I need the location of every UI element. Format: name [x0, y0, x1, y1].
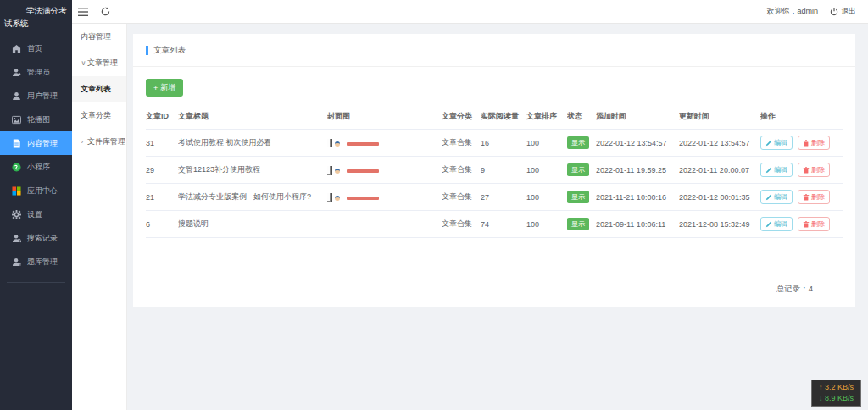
edit-button[interactable]: 编辑 [760, 190, 793, 204]
submenu-item-label: 文章列表 [81, 85, 111, 93]
sidebar-item-home[interactable]: 首页 [0, 36, 72, 60]
status-badge: 显示 [567, 163, 589, 176]
cell-cover: 学法减分 [327, 166, 442, 175]
cell-article-title: 交管12123补分使用教程 [178, 164, 327, 175]
refresh-icon[interactable] [94, 0, 116, 24]
secondary-sidebar: 内容管理 ∨文章管理 文章列表 文章分类 ›文件库管理 [72, 24, 127, 410]
search-icon [11, 233, 21, 243]
cell-operations: 编辑 删除 [760, 163, 843, 177]
delete-button[interactable]: 删除 [798, 190, 830, 204]
cell-added-time: 2021-11-21 10:00:16 [596, 193, 679, 202]
delete-button[interactable]: 删除 [798, 217, 830, 231]
submenu-item-label: 文章分类 [81, 111, 111, 119]
submenu-group-label: 文章管理 [87, 58, 118, 67]
cell-sort: 100 [526, 220, 567, 229]
chevron-down-icon: ∨ [81, 59, 86, 67]
title-accent-bar [146, 46, 148, 55]
cell-updated-time: 2021-12-08 15:32:49 [679, 220, 760, 229]
top-header: 欢迎你，admin 退出 [72, 0, 868, 24]
sidebar-item-miniprogram[interactable]: 小程序 [0, 155, 72, 179]
cell-operations: 编辑 删除 [760, 217, 843, 231]
cover-image: 学法减分 [327, 193, 332, 202]
submenu-section-content[interactable]: 内容管理 [72, 24, 126, 50]
hamburger-icon[interactable] [72, 0, 94, 24]
pencil-icon [765, 221, 772, 228]
cell-updated-time: 2022-01-12 00:01:35 [679, 193, 760, 202]
bank-icon [11, 257, 21, 267]
submenu-group-articles[interactable]: ∨文章管理 [72, 50, 126, 76]
cell-status: 显示 [567, 218, 596, 230]
cell-cover: 学法减分 [327, 193, 442, 202]
cell-added-time: 2022-01-12 13:54:57 [596, 139, 679, 147]
delete-button[interactable]: 删除 [798, 163, 830, 177]
sidebar-item-searchlog[interactable]: 搜索记录 [0, 226, 72, 250]
plus-icon: + [153, 84, 158, 92]
cover-title-text: 学法减分 [346, 147, 380, 147]
admin-icon [11, 67, 21, 77]
sidebar-item-admin[interactable]: 管理员 [0, 60, 72, 84]
status-badge: 显示 [567, 191, 589, 203]
sidebar-item-label: 用户管理 [27, 91, 58, 102]
table-row: 31 考试使用教程 初次使用必看 学法减分 文章合集 16 100 显示 202… [146, 130, 843, 157]
pencil-icon [765, 194, 772, 201]
cell-operations: 编辑 删除 [760, 136, 843, 150]
sidebar-item-appcenter[interactable]: 应用中心 [0, 179, 72, 202]
cell-article-title: 搜题说明 [178, 219, 327, 230]
netspeed-widget: ↑ 3.2 KB/s ↓ 8.9 KB/s [811, 380, 861, 407]
submenu-item-article-list[interactable]: 文章列表 [72, 76, 126, 102]
main-sidebar: 学法满分考试系统 首页 管理员 用户管理 轮播图 内容管理 小程序 [0, 0, 72, 410]
sidebar-item-label: 题库管理 [27, 257, 58, 268]
upload-speed: ↑ 3.2 KB/s [819, 382, 854, 393]
cell-added-time: 2021-09-11 10:06:11 [596, 220, 679, 229]
cell-reads: 27 [481, 193, 526, 202]
status-badge: 显示 [567, 136, 589, 149]
cover-title-text: 学法减分 [346, 201, 380, 202]
sidebar-item-label: 搜索记录 [27, 233, 58, 244]
cell-updated-time: 2022-01-11 20:00:07 [679, 166, 760, 175]
sidebar-item-users[interactable]: 用户管理 [0, 84, 72, 108]
submenu-group-files[interactable]: ›文件库管理 [72, 129, 126, 155]
user-icon [11, 91, 21, 101]
miniprogram-icon [11, 162, 21, 172]
chevron-right-icon: › [81, 138, 86, 146]
table-row: 21 学法减分专业版案例 - 如何使用小程序? 学法减分 文章合集 27 100… [146, 184, 843, 211]
sidebar-item-settings[interactable]: 设置 [0, 202, 72, 226]
cover-image: 学法减分 [327, 139, 332, 147]
sidebar-item-content[interactable]: 内容管理 [0, 131, 72, 155]
cell-added-time: 2022-01-11 19:59:25 [596, 166, 679, 175]
trash-icon [803, 140, 810, 147]
carousel-icon [11, 114, 21, 125]
page-title: 文章列表 [146, 45, 843, 56]
cell-reads: 9 [481, 166, 526, 175]
logout-button[interactable]: 退出 [830, 6, 856, 17]
cell-article-id: 21 [146, 193, 178, 202]
col-header: 操作 [760, 111, 843, 122]
delete-button[interactable]: 删除 [798, 136, 830, 150]
trash-icon [803, 221, 810, 228]
submenu-item-article-category[interactable]: 文章分类 [72, 102, 126, 129]
col-header: 状态 [567, 111, 596, 122]
article-list-card: 文章列表 + 新增 文章ID 文章标题 封面图 文章分类 实际阅读量 文章排序 … [133, 34, 855, 307]
sidebar-item-carousel[interactable]: 轮播图 [0, 108, 72, 131]
status-badge: 显示 [567, 218, 589, 230]
edit-button[interactable]: 编辑 [760, 163, 793, 177]
cell-sort: 100 [526, 193, 567, 202]
welcome-text: 欢迎你，admin [766, 6, 818, 17]
cell-category: 文章合集 [442, 191, 481, 202]
appcenter-icon [11, 186, 21, 196]
cell-sort: 100 [526, 166, 567, 175]
edit-button[interactable]: 编辑 [760, 217, 793, 231]
sidebar-item-label: 小程序 [27, 162, 50, 173]
sidebar-item-questionbank[interactable]: 题库管理 [0, 250, 72, 274]
add-article-button[interactable]: + 新增 [146, 79, 183, 97]
col-header: 文章ID [146, 111, 178, 122]
col-header: 实际阅读量 [481, 111, 526, 122]
col-header: 添加时间 [596, 111, 679, 122]
cell-reads: 74 [481, 220, 526, 229]
pencil-icon [765, 140, 772, 147]
edit-button[interactable]: 编辑 [760, 136, 793, 150]
trash-icon [803, 167, 810, 174]
cell-status: 显示 [567, 163, 596, 176]
table-row: 29 交管12123补分使用教程 学法减分 文章合集 9 100 显示 2022… [146, 157, 843, 184]
cover-title-text: 学法减分 [346, 174, 380, 175]
